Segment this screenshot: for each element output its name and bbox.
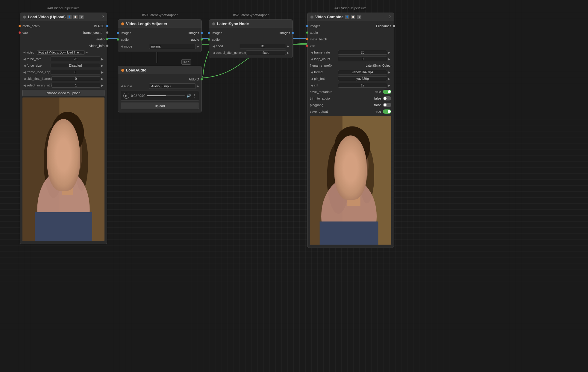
node41-save-metadata-toggle[interactable]: [383, 90, 391, 94]
node50-mode-arrow-left[interactable]: ◀: [121, 45, 123, 48]
node41-audio-row: audio: [307, 29, 394, 36]
node41-lc-arrow-right[interactable]: ▶: [387, 57, 391, 61]
node40-preview-img: [22, 97, 104, 241]
node52-cag-value[interactable]: fixed: [246, 50, 286, 55]
node40-audio-port[interactable]: [106, 38, 108, 40]
loadaudio-time-total: 0:02: [140, 94, 145, 97]
node41-save-output-toggle[interactable]: [383, 109, 391, 114]
node40-sff-value[interactable]: 0: [51, 76, 100, 81]
node41-badge: #41 VideoHelperSuite: [335, 6, 367, 10]
node40-force-size-value[interactable]: Disabled: [51, 63, 100, 68]
loadaudio-audio-arrow-right[interactable]: ▶: [197, 85, 199, 88]
node52-images-port-in[interactable]: [208, 32, 210, 34]
node41-icon2[interactable]: 📋: [351, 15, 355, 19]
node50-mode-value[interactable]: normal: [149, 44, 196, 49]
node40-flc-value[interactable]: 0: [51, 70, 100, 74]
node40-frame-count-port[interactable]: [106, 31, 108, 34]
node41-trim-audio-toggle[interactable]: [383, 96, 391, 100]
loadaudio-body: AUDIO ◀ audio Audio_6.mp3 ▶ ▶ 0:02 / 0:0…: [118, 74, 201, 112]
node52-cag-arrow-right[interactable]: ▶: [286, 51, 290, 54]
node40-video-value[interactable]: Portrait Videos, Download The BES...: [37, 50, 85, 55]
node52-seed-value[interactable]: 31: [240, 44, 286, 48]
loadaudio-progress-bar[interactable]: [147, 95, 185, 96]
node40-sen-arrow-left[interactable]: ◀: [22, 84, 27, 87]
node40-fr-arrow-left[interactable]: ◀: [22, 57, 27, 61]
node50-images-port-in[interactable]: [117, 32, 119, 34]
node40-fs-arrow-left[interactable]: ◀: [22, 64, 27, 67]
node41-pf-arrow-left[interactable]: ◀: [310, 77, 314, 80]
node41-help[interactable]: ?: [389, 15, 391, 19]
node41-vae-port-in[interactable]: [306, 45, 308, 47]
node41-crf-arrow-left[interactable]: ◀: [310, 84, 314, 87]
node40-video-arrow-left[interactable]: ◀: [22, 51, 26, 54]
node41-crf-value[interactable]: 19: [338, 83, 387, 88]
node41-pix-fmt-value[interactable]: yuv420p: [338, 76, 387, 81]
loadaudio-volume-icon[interactable]: 🔊: [187, 94, 191, 98]
node-video-combine: #41 VideoHelperSuite Video Combine 👤 📋 ⚙…: [307, 13, 394, 248]
node41-frame-rate-value[interactable]: 25: [338, 50, 387, 55]
node41-filename-prefix-value[interactable]: LatentSync_Output: [366, 64, 391, 67]
node40-sen-value[interactable]: 1: [51, 83, 100, 88]
node52-audio-port-in[interactable]: [208, 38, 210, 41]
node41-meta-batch-port-in[interactable]: [306, 38, 308, 40]
node50-images-port-out[interactable]: [201, 32, 203, 34]
node40-sff-arrow-left[interactable]: ◀: [22, 77, 27, 80]
node41-fmt-arrow-right[interactable]: ▶: [387, 71, 391, 74]
node40-meta-batch-port-in[interactable]: [19, 25, 21, 27]
node41-save-metadata-row: save_metadata true: [307, 89, 394, 95]
node40-choose-btn[interactable]: choose video to upload: [22, 90, 104, 96]
loadaudio-filename-value[interactable]: Audio_6.mp3: [149, 83, 196, 89]
node41-fr-arrow-left[interactable]: ◀: [310, 51, 314, 54]
node40-flc-arrow-left[interactable]: ◀: [22, 71, 27, 74]
loadaudio-audio-arrow-left[interactable]: ◀: [121, 85, 123, 88]
node41-pf-arrow-right[interactable]: ▶: [387, 77, 391, 80]
node41-icon1[interactable]: 👤: [345, 15, 349, 19]
node50-audio-port-out[interactable]: [201, 38, 203, 41]
node40-sen-arrow-right[interactable]: ▶: [100, 84, 104, 87]
loadaudio-more-icon[interactable]: ⋮: [193, 94, 196, 98]
loadaudio-play-btn[interactable]: ▶: [123, 93, 129, 99]
node40-sff-label: skip_first_frames: [27, 77, 51, 80]
node40-sff-arrow-right[interactable]: ▶: [100, 77, 104, 80]
node52-images-out-label: images: [280, 31, 290, 35]
svg-point-8: [51, 112, 84, 155]
node52-cag-arrow-left[interactable]: ◀: [212, 51, 216, 54]
node41-trim-audio-label: trim_to_audio: [310, 97, 374, 100]
node41-fmt-arrow-left[interactable]: ◀: [310, 71, 314, 74]
node41-format-value[interactable]: video/h264-mp4: [338, 70, 387, 74]
node40-force-rate-value[interactable]: 25: [51, 57, 100, 61]
node41-icon3[interactable]: ⚙: [357, 15, 361, 19]
node40-icon1[interactable]: 👤: [67, 15, 72, 19]
node40-vae-port-in[interactable]: [19, 31, 21, 34]
node41-loop-count-value[interactable]: 0: [338, 57, 387, 61]
node40-icon3[interactable]: ⚙: [79, 15, 84, 19]
loadaudio-audio-port-out[interactable]: [201, 78, 203, 80]
node40-help[interactable]: ?: [102, 15, 104, 19]
node41-audio-port-in[interactable]: [306, 31, 308, 34]
node41-images-port-in[interactable]: [306, 25, 308, 27]
node40-fr-arrow-right[interactable]: ▶: [100, 57, 104, 61]
node40-icon2[interactable]: 📋: [73, 15, 78, 19]
loadaudio-upload-btn[interactable]: upload: [121, 103, 199, 109]
node41-crf-arrow-right[interactable]: ▶: [387, 84, 391, 87]
node41-preview-img: [310, 116, 391, 245]
node50-audio-port-in[interactable]: [117, 38, 119, 41]
node52-images-port-out[interactable]: [292, 32, 294, 34]
node40-video-arrow-right[interactable]: ▶: [85, 51, 89, 54]
node41-filenames-port[interactable]: [393, 25, 395, 27]
node40-video-info-port[interactable]: [106, 45, 108, 47]
loadaudio-controls: ▶ 0:02 / 0:02 🔊 ⋮: [123, 93, 196, 99]
node40-fs-arrow-right[interactable]: ▶: [100, 64, 104, 67]
node40-title: Load Video (Upload): [28, 15, 66, 19]
node40-image-port-out[interactable]: [106, 25, 108, 27]
node40-flc-arrow-right[interactable]: ▶: [100, 71, 104, 74]
node41-preview: [310, 116, 391, 245]
node41-pingpong-toggle[interactable]: [383, 103, 391, 107]
node52-seed-arrow-left[interactable]: ◀: [212, 45, 216, 48]
node41-fr-arrow-right[interactable]: ▶: [387, 51, 391, 54]
loadaudio-progress-fill: [147, 95, 166, 96]
node41-lc-arrow-left[interactable]: ◀: [310, 57, 314, 61]
node50-mode-arrow-right[interactable]: ▶: [197, 45, 199, 48]
node41-pingpong-row: pingpong false: [307, 102, 394, 108]
node52-seed-arrow-right[interactable]: ▶: [286, 45, 290, 48]
